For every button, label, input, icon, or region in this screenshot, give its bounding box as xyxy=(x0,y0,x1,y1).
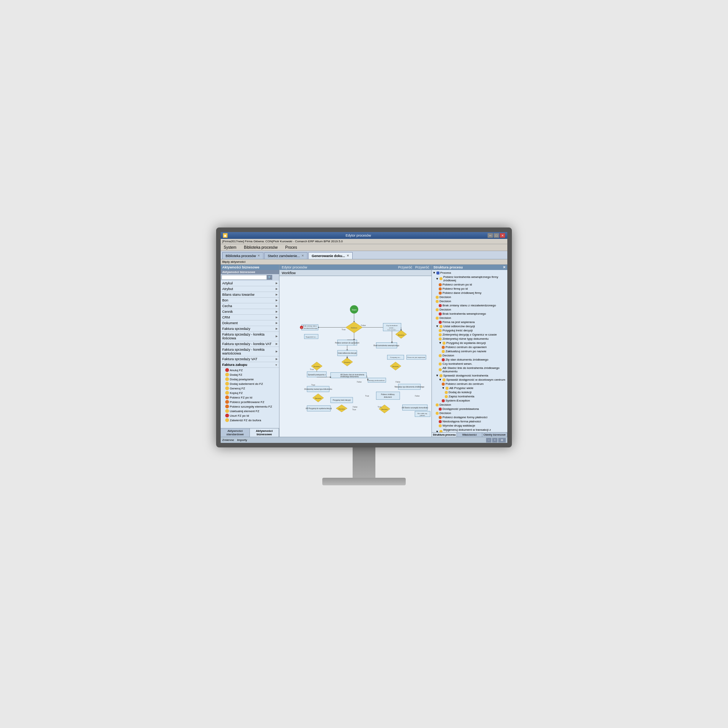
sub-item-anuluj-fz[interactable]: Anuluj FZ xyxy=(221,368,279,372)
tree-item-36[interactable]: ▼ Wygeneruj dokument w transakcji z upra… xyxy=(433,428,507,432)
close-right-sidebar[interactable]: ✕ xyxy=(503,265,506,269)
restore-btn-2[interactable]: Przywróć xyxy=(415,265,429,269)
sub-item-kopiuj-fz[interactable]: Kopiuj FZ xyxy=(221,391,279,395)
tab-create-order[interactable]: Stwórz zamówienie... ✕ xyxy=(264,252,308,259)
search-button[interactable]: 🔍 xyxy=(267,275,272,280)
tree-item-4[interactable]: Pobierz dane źródłowej firmy xyxy=(433,291,507,295)
tree-item-30[interactable]: Decision xyxy=(433,403,507,407)
tree-item-27[interactable]: Dodaj do kolekcji xyxy=(433,390,507,394)
tree-item-28[interactable]: Zapisz kontrahenta xyxy=(433,394,507,399)
maximize-button[interactable]: □ xyxy=(494,233,499,238)
workflow-canvas[interactable]: Start Decision True Fal xyxy=(279,276,431,437)
status-importy[interactable]: Importy xyxy=(237,438,247,442)
menu-process[interactable]: Proces xyxy=(284,245,298,250)
tab-library[interactable]: Biblioteka procesów ✕ xyxy=(222,252,264,259)
tree-item-25[interactable]: Pobierz centrum do centrum xyxy=(433,382,507,386)
tree-item-21[interactable]: Czy kontrahent wewn. xyxy=(433,362,507,366)
full-title-bar: [Firma2017new] Firma Główna: CON|Piotr K… xyxy=(221,239,507,244)
list-item-bilans[interactable]: Bilans stanu towarów ▶ xyxy=(221,292,279,298)
tree-item-10[interactable]: Decision xyxy=(433,316,507,320)
list-item-faktura-vat[interactable]: Faktura sprzedaży - korekta VAT ▶ xyxy=(221,341,279,347)
list-item-faktura-sprzedazy[interactable]: Faktura sprzedaży ▶ xyxy=(221,326,279,332)
tree-icon xyxy=(439,368,442,371)
list-item-dokument[interactable]: Dokument ▶ xyxy=(221,320,279,326)
sub-item-zatwierdz-fz[interactable]: Zatwierdź FZ do bufora xyxy=(221,418,279,422)
sub-item-pobierz-przefiltrowane[interactable]: Pobierz przefiltrowane FZ xyxy=(221,400,279,404)
tree-item-22[interactable]: AB Stwórz link do kontrahenta źródłowego… xyxy=(433,366,507,373)
tab-business-activities[interactable]: Aktywności biznesowe xyxy=(250,428,279,437)
tree-item-7[interactable]: Brak zmiany stanu z niezatwierdzonego xyxy=(433,303,507,308)
expand-arrow: ▼ xyxy=(275,364,278,366)
tree-item-23[interactable]: ▼ Sprawdź dostępność kontrahenta xyxy=(433,373,507,378)
tree-item-14[interactable]: Zinterpretuj decyzję z Ogranicz w czasie xyxy=(433,333,507,337)
tree-item-11[interactable]: Firma na jest wspierana xyxy=(433,320,507,324)
tree-icon xyxy=(436,296,439,299)
list-item-crm[interactable]: CRM ▶ xyxy=(221,315,279,320)
tree-item-33[interactable]: Pobierz dostępne formy płatności xyxy=(433,415,507,419)
close-button[interactable]: ✕ xyxy=(500,233,505,238)
fit-view-button[interactable]: ⊞ xyxy=(498,438,506,442)
pobierz-zrodlowy-node[interactable] xyxy=(376,392,400,399)
tab-generate-doc[interactable]: Generowanie doku... ✕ xyxy=(308,252,353,259)
list-item-faktura-korekta-il[interactable]: Faktura sprzedaży - korekta ilościowa ▶ xyxy=(221,332,279,341)
zoom-in-button[interactable]: + xyxy=(492,438,497,442)
tree-item-1[interactable]: ▼ Pobierz kontrahenta wewnętrznego firmy… xyxy=(433,275,507,282)
minimize-button[interactable]: ─ xyxy=(488,233,493,238)
list-item-atrybut[interactable]: Atrybut ▶ xyxy=(221,286,279,292)
tree-item-18[interactable]: Zaktualizuj centrum po nazwie xyxy=(433,349,507,353)
search-area: 🔍 xyxy=(221,274,279,281)
tab-properties[interactable]: Właściwości xyxy=(457,433,482,437)
tree-item-17[interactable]: Pobierz centrum do uprawnień xyxy=(433,345,507,349)
tree-item-8[interactable]: Decision xyxy=(433,308,507,312)
zoom-out-button[interactable]: − xyxy=(486,438,491,442)
tree-item-35[interactable]: Wymów drugą walidacje xyxy=(433,424,507,428)
sub-item-dodaj-fz[interactable]: Dodaj FZ xyxy=(221,372,279,377)
tree-item-13[interactable]: Przygotuj treść decyzji xyxy=(433,328,507,333)
tree-item-31[interactable]: Dostępność przedstawiona xyxy=(433,407,507,411)
status-zmienne[interactable]: Zmienne xyxy=(222,438,234,442)
list-item-faktura-sprzedazy-vat[interactable]: Faktura sprzedaży VAT ▶ xyxy=(221,356,279,362)
tree-item-20[interactable]: Zły stan dokumentu źródłowego xyxy=(433,358,507,362)
list-item-bon[interactable]: Bon ▶ xyxy=(221,298,279,303)
svg-text:Decision: Decision xyxy=(344,361,350,363)
sub-item-usun-fz[interactable]: Usuń FZ po Id xyxy=(221,413,279,418)
sub-item-dodaj-subelement[interactable]: Dodaj subelement do FZ xyxy=(221,381,279,386)
sub-item-dodaj-powiazanie[interactable]: Dodaj powiązanie xyxy=(221,377,279,381)
sub-item-generuj-fz[interactable]: Generuj FZ xyxy=(221,386,279,391)
tree-item-24[interactable]: ▼ Sprawdź dostępność w docelowym centrum xyxy=(433,378,507,382)
tree-icon xyxy=(439,321,442,324)
list-item-faktura-wartosciowa[interactable]: Faktura sprzedaży - korekta wartościowa … xyxy=(221,347,279,356)
tree-item-15[interactable]: Zinterpretuj różne typy dokumentu xyxy=(433,337,507,341)
restore-btn-1[interactable]: Przywróć xyxy=(398,265,412,269)
sub-item-uaktualnij-element[interactable]: Uaktualnij element FZ xyxy=(221,409,279,413)
menu-library[interactable]: Biblioteka procesów xyxy=(242,245,279,250)
menu-system[interactable]: System xyxy=(222,245,238,250)
tree-item-26[interactable]: ▼ AB Przypisz wiele xyxy=(433,386,507,390)
tree-item-34[interactable]: Niedostępna forma płatności xyxy=(433,419,507,424)
tree-item-6[interactable]: Decision xyxy=(433,299,507,303)
list-item-cennik[interactable]: Cennik ▶ xyxy=(221,309,279,315)
tab-standard-activities[interactable]: Aktywności standardowe xyxy=(221,428,250,437)
tree-item-32[interactable]: Decision xyxy=(433,411,507,415)
sub-item-pobierz-szczegoly[interactable]: Pobierz szczegóły elementu FZ xyxy=(221,404,279,409)
sub-item-pobierz-fz-id[interactable]: Pobierz FZ po Id xyxy=(221,395,279,400)
tree-item-16[interactable]: ▼ Przygotuj do wysłania decyzji xyxy=(433,341,507,345)
expand-arrow: ▶ xyxy=(276,358,278,361)
tree-icon xyxy=(439,292,442,295)
tree-item-29[interactable]: System-Exception xyxy=(433,399,507,403)
tree-item-9[interactable]: Brak kontrahenta wewnętrznego xyxy=(433,312,507,316)
title-controls: ─ □ ✕ xyxy=(488,233,505,238)
tree-item-5[interactable]: Decision xyxy=(433,295,507,299)
search-input[interactable] xyxy=(221,275,267,280)
tree-item-12[interactable]: ▼ Ustal odbiorców decyzji xyxy=(433,324,507,328)
tree-item-3[interactable]: Pobierz firmę po id xyxy=(433,287,507,291)
tree-item-19[interactable]: Decision xyxy=(433,353,507,358)
list-item-cecha[interactable]: Cecha ▶ xyxy=(221,303,279,309)
tree-item-2[interactable]: Pobierz centrum po id xyxy=(433,282,507,287)
tree-root[interactable]: ▼ Process xyxy=(433,271,507,275)
list-item-faktura-zakupu[interactable]: Faktura zakupu ▼ xyxy=(221,362,279,368)
tree-icon xyxy=(442,350,445,353)
tab-structure[interactable]: Struktura procesu xyxy=(432,433,457,437)
list-item-artykul[interactable]: Artykuł ▶ xyxy=(221,281,279,286)
tab-business-objects[interactable]: Obiekty biznesowe xyxy=(482,433,507,437)
